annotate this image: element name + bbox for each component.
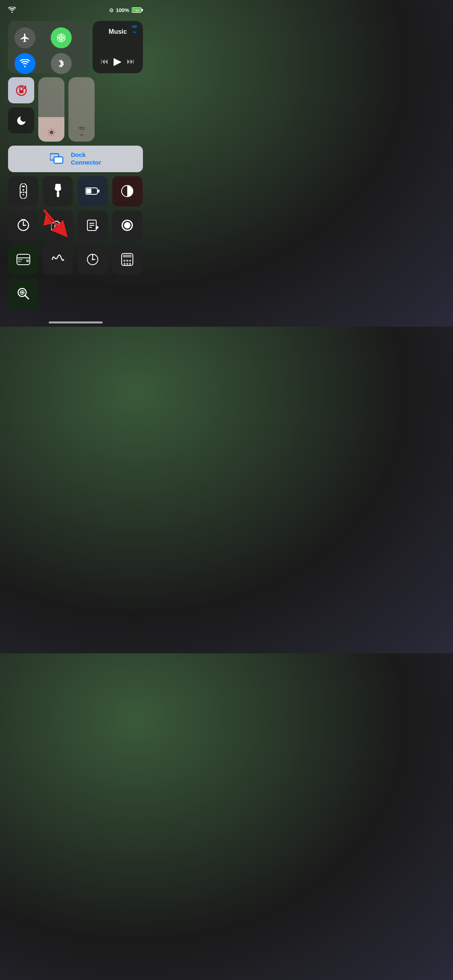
airplane-mode-button[interactable] <box>14 27 35 48</box>
svg-line-15 <box>49 130 49 130</box>
magnifier-button[interactable] <box>8 279 38 309</box>
svg-rect-32 <box>98 189 99 193</box>
battery-icon: ⚡ <box>132 7 143 13</box>
wallet-button[interactable] <box>8 245 38 275</box>
wifi-icon <box>8 7 16 13</box>
svg-point-64 <box>129 263 131 265</box>
svg-line-67 <box>25 295 29 299</box>
cellular-button[interactable] <box>51 27 72 48</box>
svg-rect-1 <box>142 9 143 11</box>
svg-rect-49 <box>26 259 29 262</box>
dock-connector-label: Dock Connector <box>71 151 101 167</box>
status-right: ⊙ 100% ⚡ <box>109 7 143 13</box>
timer-button[interactable] <box>8 210 38 241</box>
status-left <box>8 7 16 13</box>
battery-percent: 100% <box>116 7 129 13</box>
svg-point-24 <box>21 191 22 193</box>
app-row-2 <box>8 210 143 241</box>
rewind-button[interactable]: ⏮ <box>101 57 109 66</box>
svg-point-10 <box>50 130 53 134</box>
toggle-buttons <box>8 77 34 134</box>
svg-rect-58 <box>123 255 132 257</box>
clock-button[interactable] <box>78 245 108 275</box>
fast-forward-button[interactable]: ⏭ <box>127 57 135 66</box>
svg-point-62 <box>124 263 126 265</box>
music-controls: ⏮ ▶ ⏭ <box>98 55 137 68</box>
low-power-button[interactable] <box>78 176 108 206</box>
svg-rect-9 <box>19 90 23 93</box>
svg-point-61 <box>129 260 131 262</box>
music-panel: Music ⏮ ▶ ⏭ <box>93 21 143 73</box>
brightness-slider[interactable] <box>38 77 64 142</box>
do-not-disturb-button[interactable] <box>8 107 34 134</box>
svg-point-39 <box>55 224 59 228</box>
svg-point-59 <box>124 260 126 262</box>
svg-rect-20 <box>54 157 63 163</box>
svg-rect-21 <box>20 183 27 199</box>
row-network-music: Music ⏮ ▶ ⏭ <box>8 21 143 73</box>
svg-marker-28 <box>55 184 61 192</box>
svg-rect-51 <box>18 261 21 262</box>
svg-point-60 <box>126 260 128 262</box>
play-button[interactable]: ▶ <box>114 55 122 68</box>
bluetooth-button[interactable] <box>51 53 72 74</box>
sound-recognition-button[interactable] <box>43 245 73 275</box>
svg-rect-22 <box>22 186 25 187</box>
svg-point-25 <box>25 191 26 193</box>
network-panel <box>8 21 89 73</box>
svg-rect-29 <box>57 191 59 197</box>
screen-lock-button[interactable] <box>8 77 34 103</box>
dark-mode-button[interactable] <box>112 176 143 206</box>
lock-icon: ⊙ <box>109 7 114 13</box>
row-toggles-sliders <box>8 77 143 142</box>
camera-button[interactable] <box>43 210 73 241</box>
svg-rect-33 <box>86 189 91 194</box>
wifi-button[interactable] <box>14 53 35 74</box>
svg-rect-50 <box>18 259 23 260</box>
svg-text:⚡: ⚡ <box>135 8 140 13</box>
notes-button[interactable] <box>78 210 108 241</box>
app-row-1 <box>8 176 143 206</box>
home-indicator <box>49 321 103 323</box>
svg-line-17 <box>49 134 49 135</box>
volume-slider[interactable] <box>68 77 95 142</box>
svg-line-16 <box>54 134 54 135</box>
remote-button[interactable] <box>8 176 38 206</box>
calculator-button[interactable] <box>112 245 143 275</box>
flashlight-button[interactable] <box>43 176 73 206</box>
airplay-button[interactable] <box>130 25 139 36</box>
svg-point-27 <box>23 194 24 196</box>
svg-point-63 <box>126 263 128 265</box>
app-row-3 <box>8 245 143 275</box>
app-row-4 <box>8 279 143 309</box>
control-center-content: Music ⏮ ▶ ⏭ <box>0 18 151 312</box>
svg-line-18 <box>54 130 54 130</box>
svg-point-23 <box>23 189 24 191</box>
dock-connector-icon <box>50 152 66 166</box>
screen-record-button[interactable] <box>112 210 143 241</box>
status-bar: ⊙ 100% ⚡ <box>0 0 151 18</box>
svg-point-26 <box>23 191 24 193</box>
dock-connector-button[interactable]: Dock Connector <box>8 146 143 172</box>
